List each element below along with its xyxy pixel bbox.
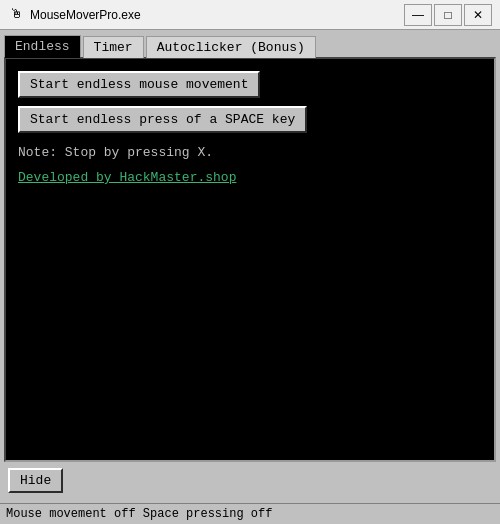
tab-endless[interactable]: Endless [4, 35, 81, 58]
close-button[interactable]: ✕ [464, 4, 492, 26]
tab-bar: Endless Timer Autoclicker (Bonus) [4, 34, 496, 57]
start-space-key-button[interactable]: Start endless press of a SPACE key [18, 106, 307, 133]
status-bar: Mouse movement off Space pressing off [0, 503, 500, 524]
tab-autoclicker[interactable]: Autoclicker (Bonus) [146, 36, 316, 58]
hide-button[interactable]: Hide [8, 468, 63, 493]
app-icon: 🖱 [8, 7, 24, 23]
note-text: Note: Stop by pressing X. [18, 145, 482, 160]
maximize-button[interactable]: □ [434, 4, 462, 26]
start-mouse-movement-button[interactable]: Start endless mouse movement [18, 71, 260, 98]
status-text: Mouse movement off Space pressing off [6, 507, 272, 521]
app-title: MouseMoverPro.exe [30, 8, 404, 22]
bottom-bar: Hide [4, 462, 496, 499]
minimize-button[interactable]: — [404, 4, 432, 26]
window-body: Endless Timer Autoclicker (Bonus) Start … [0, 30, 500, 503]
tab-timer[interactable]: Timer [83, 36, 144, 58]
cursor-icon: 🖱 [10, 7, 23, 22]
content-panel: Start endless mouse movement Start endle… [4, 57, 496, 462]
window-controls: — □ ✕ [404, 4, 492, 26]
dev-link[interactable]: Developed by HackMaster.shop [18, 170, 482, 185]
title-bar: 🖱 MouseMoverPro.exe — □ ✕ [0, 0, 500, 30]
